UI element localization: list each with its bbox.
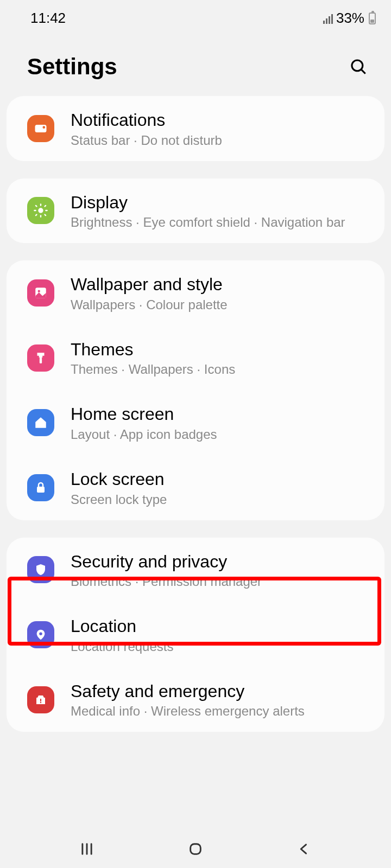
svg-point-17 <box>39 632 42 635</box>
status-time: 11:42 <box>30 10 66 27</box>
search-icon <box>349 58 368 76</box>
notifications-icon <box>27 115 54 142</box>
settings-item-security[interactable]: Security and privacy Biometrics · Permis… <box>7 538 384 603</box>
settings-item-lockscreen[interactable]: Lock screen Screen lock type <box>7 455 384 520</box>
svg-point-4 <box>38 208 43 213</box>
svg-point-0 <box>352 60 363 71</box>
lock-icon <box>27 474 54 501</box>
back-button[interactable] <box>282 838 326 860</box>
svg-line-10 <box>45 215 46 216</box>
settings-group: Security and privacy Biometrics · Permis… <box>7 538 384 732</box>
svg-rect-2 <box>35 125 47 132</box>
item-text: Safety and emergency Medical info · Wire… <box>71 680 368 719</box>
recents-button[interactable] <box>65 838 109 860</box>
item-subtitle: Location requests <box>71 639 368 654</box>
item-text: Themes Themes · Wallpapers · Icons <box>71 339 368 378</box>
shield-icon <box>27 556 54 583</box>
header: Settings <box>0 32 391 96</box>
signal-icon <box>323 13 333 24</box>
settings-item-themes[interactable]: Themes Themes · Wallpapers · Icons <box>7 326 384 391</box>
home-nav-icon <box>188 841 203 857</box>
item-title: Notifications <box>71 109 368 132</box>
item-title: Display <box>71 192 368 214</box>
item-subtitle: Status bar · Do not disturb <box>71 133 368 148</box>
item-title: Security and privacy <box>71 551 368 573</box>
item-text: Wallpaper and style Wallpapers · Colour … <box>71 273 368 312</box>
page-title: Settings <box>27 54 117 80</box>
settings-item-wallpaper[interactable]: Wallpaper and style Wallpapers · Colour … <box>7 260 384 326</box>
location-icon <box>27 621 54 648</box>
item-subtitle: Layout · App icon badges <box>71 427 368 442</box>
item-subtitle: Themes · Wallpapers · Icons <box>71 362 368 377</box>
settings-group: Display Brightness · Eye comfort shield … <box>7 178 384 244</box>
status-bar: 11:42 33% <box>0 0 391 32</box>
settings-group: Notifications Status bar · Do not distur… <box>7 96 384 161</box>
svg-line-12 <box>36 215 37 216</box>
settings-group: Wallpaper and style Wallpapers · Colour … <box>7 260 384 520</box>
navigation-bar <box>0 830 391 868</box>
search-button[interactable] <box>348 56 369 78</box>
item-text: Display Brightness · Eye comfort shield … <box>71 192 368 231</box>
home-icon <box>27 409 54 436</box>
home-button[interactable] <box>174 838 217 860</box>
item-text: Security and privacy Biometrics · Permis… <box>71 551 368 590</box>
item-title: Safety and emergency <box>71 680 368 703</box>
svg-line-11 <box>45 206 46 207</box>
wallpaper-icon <box>27 279 54 307</box>
svg-rect-16 <box>37 487 45 493</box>
settings-item-notifications[interactable]: Notifications Status bar · Do not distur… <box>7 96 384 161</box>
emergency-icon <box>27 686 54 713</box>
item-text: Notifications Status bar · Do not distur… <box>71 109 368 148</box>
recents-icon <box>79 841 94 857</box>
item-title: Wallpaper and style <box>71 273 368 296</box>
battery-percent: 33% <box>336 10 364 27</box>
display-icon <box>27 197 54 224</box>
back-icon <box>297 841 312 857</box>
item-title: Location <box>71 615 368 638</box>
settings-item-display[interactable]: Display Brightness · Eye comfort shield … <box>7 178 384 244</box>
svg-point-19 <box>40 701 41 703</box>
item-subtitle: Biometrics · Permission manager <box>71 574 368 589</box>
item-text: Home screen Layout · App icon badges <box>71 403 368 442</box>
item-title: Home screen <box>71 403 368 426</box>
svg-rect-18 <box>40 699 41 701</box>
status-right: 33% <box>323 10 376 27</box>
settings-item-location[interactable]: Location Location requests <box>7 602 384 667</box>
svg-rect-15 <box>40 357 42 363</box>
item-text: Location Location requests <box>71 615 368 654</box>
svg-rect-23 <box>191 844 201 854</box>
settings-list: Notifications Status bar · Do not distur… <box>0 96 391 732</box>
item-title: Lock screen <box>71 468 368 491</box>
svg-point-14 <box>38 290 40 292</box>
themes-icon <box>27 344 54 372</box>
item-subtitle: Brightness · Eye comfort shield · Naviga… <box>71 215 368 230</box>
item-subtitle: Wallpapers · Colour palette <box>71 297 368 312</box>
item-subtitle: Medical info · Wireless emergency alerts <box>71 704 368 719</box>
settings-item-safety[interactable]: Safety and emergency Medical info · Wire… <box>7 667 384 732</box>
item-subtitle: Screen lock type <box>71 492 368 507</box>
item-text: Lock screen Screen lock type <box>71 468 368 507</box>
battery-icon <box>369 12 376 24</box>
svg-line-1 <box>361 69 365 74</box>
item-title: Themes <box>71 339 368 361</box>
svg-line-9 <box>36 206 37 207</box>
settings-item-homescreen[interactable]: Home screen Layout · App icon badges <box>7 390 384 455</box>
svg-point-3 <box>43 126 46 129</box>
